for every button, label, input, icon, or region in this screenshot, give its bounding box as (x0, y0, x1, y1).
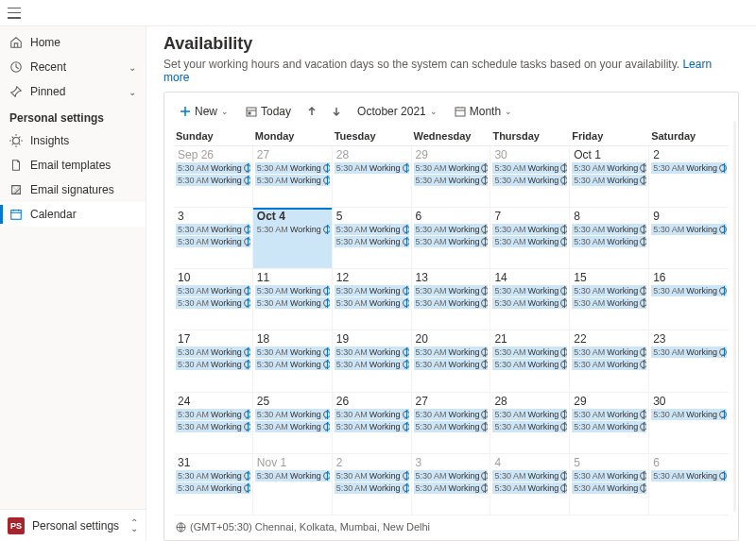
nav-insights[interactable]: Insights (0, 128, 146, 153)
calendar-cell[interactable]: 235:30 AMWorking (649, 330, 729, 392)
calendar-event[interactable]: 5:30 AMWorking (255, 224, 330, 235)
calendar-cell[interactable]: 185:30 AMWorking5:30 AMWorking (253, 330, 333, 392)
calendar-event[interactable]: 5:30 AMWorking (651, 224, 727, 235)
calendar-event[interactable]: 5:30 AMWorking (651, 162, 727, 174)
next-button[interactable] (327, 103, 346, 120)
calendar-cell[interactable]: 165:30 AMWorking (649, 269, 729, 330)
sidebar-footer[interactable]: PS Personal settings ⌃⌄ (0, 509, 146, 541)
calendar-event[interactable]: 5:30 AMWorking (492, 297, 567, 309)
calendar-event[interactable]: 5:30 AMWorking (255, 347, 330, 358)
calendar-event[interactable]: 5:30 AMWorking (492, 359, 567, 370)
calendar-event[interactable]: 5:30 AMWorking (572, 175, 646, 186)
calendar-event[interactable]: 5:30 AMWorking (414, 421, 489, 432)
calendar-event[interactable]: 5:30 AMWorking (335, 236, 409, 247)
calendar-cell[interactable]: Sep 265:30 AMWorking5:30 AMWorking (174, 146, 253, 208)
today-button[interactable]: Today (240, 102, 297, 121)
calendar-event[interactable]: 5:30 AMWorking (176, 409, 250, 420)
calendar-cell[interactable]: 35:30 AMWorking5:30 AMWorking (174, 208, 253, 269)
calendar-cell[interactable]: 95:30 AMWorking (649, 208, 729, 269)
calendar-cell[interactable]: 75:30 AMWorking5:30 AMWorking (490, 208, 570, 269)
timezone-row[interactable]: (GMT+05:30) Chennai, Kolkata, Mumbai, Ne… (174, 516, 729, 534)
calendar-event[interactable]: 5:30 AMWorking (572, 285, 646, 296)
calendar-cell[interactable]: 275:30 AMWorking5:30 AMWorking (412, 393, 491, 454)
calendar-cell[interactable]: 25:30 AMWorking (649, 146, 729, 208)
calendar-event[interactable]: 5:30 AMWorking (651, 409, 727, 420)
calendar-event[interactable]: 5:30 AMWorking (176, 297, 250, 309)
scrollbar[interactable] (733, 121, 736, 512)
calendar-cell[interactable]: 115:30 AMWorking5:30 AMWorking (253, 269, 333, 330)
calendar-cell[interactable]: 55:30 AMWorking5:30 AMWorking (570, 454, 649, 516)
new-button[interactable]: New ⌄ (174, 102, 234, 121)
calendar-event[interactable]: 5:30 AMWorking (176, 482, 250, 494)
calendar-event[interactable]: 5:30 AMWorking (335, 224, 409, 235)
calendar-event[interactable]: 5:30 AMWorking (414, 297, 489, 309)
calendar-event[interactable]: 5:30 AMWorking (492, 175, 567, 186)
calendar-event[interactable]: 5:30 AMWorking (414, 162, 489, 174)
calendar-cell[interactable]: 225:30 AMWorking5:30 AMWorking (570, 330, 649, 392)
calendar-cell[interactable]: 295:30 AMWorking5:30 AMWorking (412, 146, 491, 208)
calendar-event[interactable]: 5:30 AMWorking (572, 409, 646, 420)
calendar-event[interactable]: 5:30 AMWorking (492, 409, 567, 420)
calendar-cell[interactable]: 285:30 AMWorking5:30 AMWorking (490, 393, 570, 454)
calendar-event[interactable]: 5:30 AMWorking (572, 347, 646, 358)
calendar-event[interactable]: 5:30 AMWorking (335, 285, 409, 296)
calendar-cell[interactable]: 105:30 AMWorking5:30 AMWorking (174, 269, 253, 330)
calendar-cell[interactable]: 85:30 AMWorking5:30 AMWorking (570, 208, 649, 269)
calendar-event[interactable]: 5:30 AMWorking (492, 224, 567, 235)
calendar-event[interactable]: 5:30 AMWorking (572, 470, 646, 482)
calendar-event[interactable]: 5:30 AMWorking (255, 162, 330, 174)
calendar-cell[interactable]: Nov 15:30 AMWorking (253, 454, 333, 516)
calendar-cell[interactable]: 145:30 AMWorking5:30 AMWorking (490, 269, 570, 330)
period-picker[interactable]: October 2021 ⌄ (352, 102, 443, 121)
nav-calendar[interactable]: Calendar (0, 202, 146, 227)
calendar-event[interactable]: 5:30 AMWorking (414, 409, 489, 420)
calendar-cell[interactable]: Oct 15:30 AMWorking5:30 AMWorking (570, 146, 649, 208)
calendar-cell[interactable]: 265:30 AMWorking5:30 AMWorking (333, 393, 412, 454)
calendar-event[interactable]: 5:30 AMWorking (255, 421, 330, 432)
calendar-event[interactable]: 5:30 AMWorking (492, 285, 567, 296)
calendar-cell[interactable]: 55:30 AMWorking5:30 AMWorking (333, 208, 412, 269)
calendar-event[interactable]: 5:30 AMWorking (335, 359, 409, 370)
calendar-cell[interactable]: 175:30 AMWorking5:30 AMWorking (174, 330, 253, 392)
calendar-event[interactable]: 5:30 AMWorking (176, 236, 250, 247)
nav-email-signatures[interactable]: Email signatures (0, 178, 146, 202)
nav-recent[interactable]: Recent ⌄ (0, 55, 146, 79)
view-picker[interactable]: Month ⌄ (449, 102, 518, 121)
calendar-event[interactable]: 5:30 AMWorking (255, 470, 330, 482)
calendar-cell[interactable]: 275:30 AMWorking5:30 AMWorking (253, 146, 333, 208)
calendar-event[interactable]: 5:30 AMWorking (414, 482, 489, 494)
calendar-cell[interactable]: 65:30 AMWorking (649, 454, 729, 516)
calendar-event[interactable]: 5:30 AMWorking (572, 482, 646, 494)
calendar-cell[interactable]: 215:30 AMWorking5:30 AMWorking (490, 330, 570, 392)
calendar-event[interactable]: 5:30 AMWorking (651, 347, 727, 358)
calendar-event[interactable]: 5:30 AMWorking (176, 359, 250, 370)
calendar-event[interactable]: 5:30 AMWorking (414, 359, 489, 370)
hamburger-menu[interactable] (8, 8, 21, 19)
calendar-event[interactable]: 5:30 AMWorking (572, 224, 646, 235)
calendar-event[interactable]: 5:30 AMWorking (176, 162, 250, 174)
calendar-event[interactable]: 5:30 AMWorking (572, 421, 646, 432)
calendar-event[interactable]: 5:30 AMWorking (572, 359, 646, 370)
calendar-cell[interactable]: 305:30 AMWorking (649, 393, 729, 454)
calendar-event[interactable]: 5:30 AMWorking (335, 482, 409, 494)
calendar-cell[interactable]: 65:30 AMWorking5:30 AMWorking (412, 208, 491, 269)
calendar-cell[interactable]: 295:30 AMWorking5:30 AMWorking (570, 393, 649, 454)
calendar-event[interactable]: 5:30 AMWorking (255, 297, 330, 309)
calendar-cell[interactable]: 25:30 AMWorking5:30 AMWorking (333, 454, 412, 516)
calendar-event[interactable]: 5:30 AMWorking (651, 285, 727, 296)
calendar-event[interactable]: 5:30 AMWorking (414, 285, 489, 296)
calendar-cell[interactable]: 305:30 AMWorking5:30 AMWorking (490, 146, 570, 208)
calendar-event[interactable]: 5:30 AMWorking (255, 285, 330, 296)
calendar-event[interactable]: 5:30 AMWorking (176, 224, 250, 235)
calendar-cell[interactable]: 155:30 AMWorking5:30 AMWorking (570, 269, 649, 330)
calendar-event[interactable]: 5:30 AMWorking (492, 482, 567, 494)
nav-pinned[interactable]: Pinned ⌄ (0, 79, 146, 104)
calendar-event[interactable]: 5:30 AMWorking (335, 470, 409, 482)
calendar-cell[interactable]: 135:30 AMWorking5:30 AMWorking (412, 269, 491, 330)
calendar-event[interactable]: 5:30 AMWorking (176, 421, 250, 432)
calendar-event[interactable]: 5:30 AMWorking (176, 285, 250, 296)
calendar-cell[interactable]: 205:30 AMWorking5:30 AMWorking (412, 330, 491, 392)
calendar-event[interactable]: 5:30 AMWorking (651, 470, 727, 482)
calendar-cell[interactable]: 245:30 AMWorking5:30 AMWorking (174, 393, 253, 454)
calendar-event[interactable]: 5:30 AMWorking (255, 175, 330, 186)
